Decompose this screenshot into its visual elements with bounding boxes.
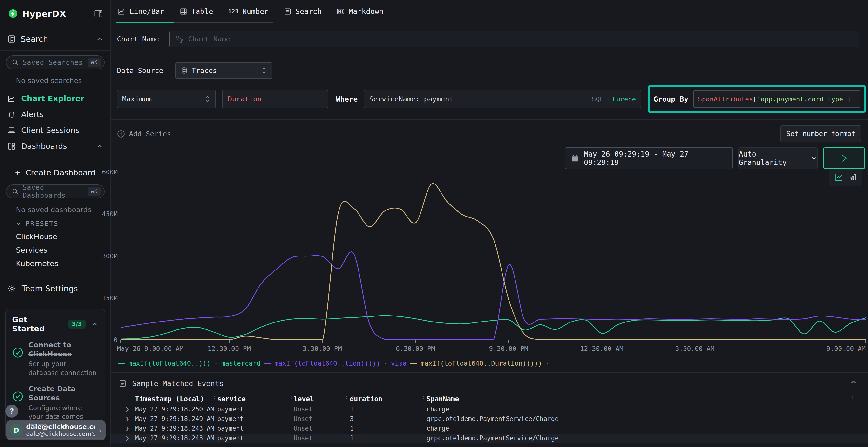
where-input[interactable]: ServiceName: payment SQL|Lucene (364, 90, 641, 108)
x-axis-tick (865, 340, 866, 343)
column-header-service[interactable]: service (217, 395, 246, 403)
select-chevrons-icon (204, 95, 211, 103)
line-style-icon[interactable] (834, 172, 844, 182)
y-axis-label: 0 (89, 336, 118, 344)
saved-searches-input[interactable]: Saved Searches ⌘K (6, 56, 105, 69)
chart-plot[interactable] (121, 172, 866, 340)
checklist-item-connect[interactable]: Connect to ClickHouse Set up your databa… (12, 341, 98, 377)
sidebar-section-search[interactable]: Search (0, 34, 111, 44)
legend-expression: maxIf(toFloat64O..tion))))) (274, 359, 380, 367)
legend-item-mastercard[interactable]: maxIf(toFloat64O..)))·mastercard (118, 359, 260, 367)
column-resize-handle[interactable]: ⋮ (343, 395, 350, 402)
chevron-down-icon (16, 220, 22, 227)
field-input[interactable]: Duration (222, 90, 328, 108)
event-row[interactable]: ❯May 27 9:29:18.243 AMpaymentUnset1grpc.… (111, 434, 868, 443)
preset-kubernetes[interactable]: Kubernetes (16, 259, 111, 268)
bar-style-icon[interactable] (849, 173, 857, 181)
expand-row-icon[interactable]: ❯ (125, 435, 129, 442)
column-header-duration[interactable]: duration (350, 395, 382, 403)
group-by-input[interactable]: SpanAttributes['app.payment.card_type'] (693, 90, 860, 108)
data-source-value: Traces (192, 66, 257, 75)
column-resize-handle[interactable]: ⋮ (212, 395, 218, 402)
table-options-icon[interactable]: ⋮ (850, 395, 856, 402)
chart-icon (7, 94, 16, 103)
expand-row-icon[interactable]: ❯ (125, 415, 129, 422)
cell-service: payment (217, 415, 244, 422)
column-resize-handle[interactable]: ⋮ (289, 395, 295, 402)
get-started-header[interactable]: Get Started 3/3 (12, 315, 98, 333)
y-axis-label: 300M (89, 252, 118, 260)
column-header-spanname[interactable]: SpanName (427, 395, 459, 403)
lucene-toggle[interactable]: Lucene (613, 95, 636, 103)
sidebar-item-alerts[interactable]: Alerts (0, 106, 111, 122)
calendar-icon (571, 154, 579, 162)
cell-level: Unset (294, 435, 312, 442)
sidebar: HyperDX Search Saved Searches ⌘K No save… (0, 0, 111, 447)
events-title: Sample Matched Events (132, 379, 223, 388)
legend-item-unnamed[interactable]: maxIf(toFloat64O..Duration)))))· (410, 359, 549, 367)
x-axis-label: 3:30:00 PM (303, 345, 342, 352)
column-resize-handle[interactable]: ⋮ (420, 395, 427, 402)
event-row[interactable]: ❯May 27 9:29:18.249 AMpaymentUnset3grpc.… (111, 414, 868, 424)
x-axis-tick (415, 340, 416, 343)
chart-name-input[interactable] (169, 31, 859, 47)
expand-row-icon[interactable]: ❯ (125, 425, 129, 432)
search-section-icon (7, 35, 16, 43)
aggregation-select[interactable]: Maximum (117, 90, 216, 108)
tab-markdown[interactable]: Markdown (337, 7, 383, 16)
expand-row-icon[interactable]: ❯ (125, 406, 129, 413)
app-title[interactable]: HyperDX (22, 9, 94, 19)
granularity-select[interactable]: Auto Granularity (738, 147, 818, 169)
cell-duration: 1 (350, 435, 354, 442)
collapse-panel-icon[interactable] (850, 378, 858, 386)
team-settings-button[interactable]: Team Settings (0, 282, 111, 295)
help-button[interactable]: ? (5, 405, 18, 418)
x-axis-label: 9:00:00 AM (826, 345, 866, 352)
cell-span-name: grpc.oteldemo.PaymentService/Charge (427, 415, 559, 422)
sidebar-item-chart-explorer[interactable]: Chart Explorer (0, 91, 111, 106)
events-list-icon (119, 379, 127, 387)
events-column-header-row: Timestamp (Local)serviceleveldurationSpa… (111, 395, 868, 405)
tab-search[interactable]: Search (283, 7, 322, 16)
cell-service: payment (217, 425, 244, 432)
where-label: Where (336, 95, 358, 103)
sidebar-item-client-sessions[interactable]: Client Sessions (0, 122, 111, 138)
tab-line-bar[interactable]: Line/Bar (117, 7, 164, 16)
y-axis-tick (118, 256, 121, 256)
preset-clickhouse[interactable]: ClickHouse (16, 232, 111, 241)
legend-swatch (410, 363, 417, 364)
cell-level: Unset (294, 415, 312, 422)
line-chart-icon (117, 7, 126, 16)
event-row[interactable]: ❯May 27 9:29:18.250 AMpaymentUnset1charg… (111, 405, 868, 414)
add-series-button[interactable]: Add Series (117, 130, 171, 138)
cell-service: payment (217, 406, 244, 413)
tab-label: Markdown (349, 7, 383, 16)
chart-style-toggle (829, 169, 863, 186)
hyperdx-logo-icon[interactable] (8, 8, 18, 19)
date-range-picker[interactable]: May 26 09:29:19 - May 27 09:29:19 (565, 147, 733, 169)
column-header-timestamp-local-[interactable]: Timestamp (Local) (135, 395, 204, 403)
sidebar-item-dashboards[interactable]: Dashboards (0, 138, 111, 154)
tab-number[interactable]: 123 Number (228, 7, 269, 16)
sidebar-collapse-icon[interactable] (94, 9, 103, 19)
legend-item-visa[interactable]: maxIf(toFloat64O..tion)))))·visa (264, 359, 406, 367)
set-number-format-button[interactable]: Set number format (780, 126, 861, 142)
run-query-button[interactable] (823, 147, 865, 169)
chevron-right-icon: › (99, 426, 102, 435)
sql-toggle[interactable]: SQL (592, 95, 604, 103)
data-source-select[interactable]: Traces (175, 62, 273, 79)
x-axis-label: May 26 9:00:00 AM (117, 345, 184, 352)
cell-duration: 1 (350, 425, 354, 432)
chart-lines (121, 172, 866, 340)
team-settings-label: Team Settings (22, 284, 78, 294)
event-row[interactable]: ❯May 27 9:29:18.243 AMpaymentUnset1charg… (111, 424, 868, 434)
saved-dashboards-input[interactable]: Saved Dashboards ⌘K (6, 184, 105, 199)
presets-header[interactable]: PRESETS (16, 220, 111, 227)
column-header-level[interactable]: level (294, 395, 314, 403)
legend-separator: · (214, 359, 218, 367)
user-menu[interactable]: D dale@clickhouse.com dale@clickhouse.co… (6, 420, 105, 440)
legend-separator: · (546, 359, 549, 367)
tab-table[interactable]: Table (179, 7, 213, 16)
legend-series-name: visa (391, 359, 406, 367)
y-axis-label: 150M (89, 294, 118, 302)
